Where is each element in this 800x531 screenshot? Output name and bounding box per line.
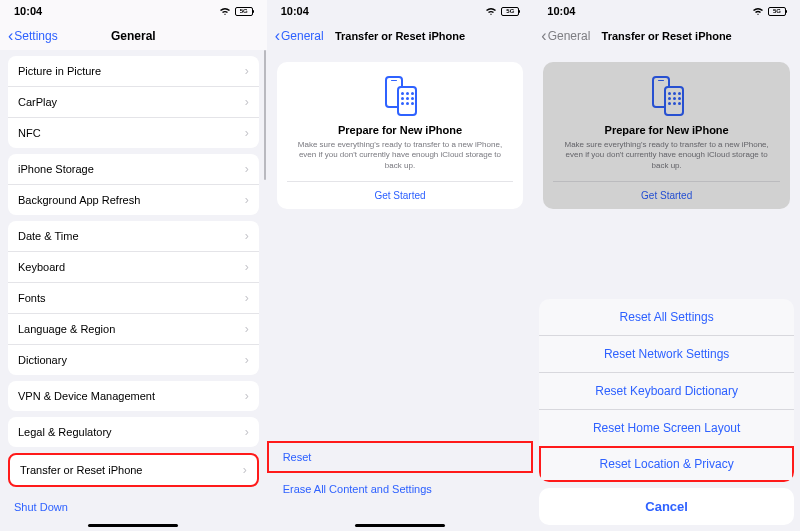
card-heading: Prepare for New iPhone bbox=[287, 124, 514, 136]
settings-group-legal: Legal & Regulatory› bbox=[8, 417, 259, 447]
wifi-icon bbox=[752, 7, 764, 16]
transfer-phones-icon bbox=[287, 76, 514, 116]
row-transfer-reset[interactable]: Transfer or Reset iPhone› bbox=[10, 455, 257, 485]
action-sheet-options: Reset All Settings Reset Network Setting… bbox=[539, 299, 794, 482]
cancel-button[interactable]: Cancel bbox=[539, 488, 794, 525]
row-label: Date & Time bbox=[18, 230, 79, 242]
row-iphone-storage[interactable]: iPhone Storage› bbox=[8, 154, 259, 184]
status-time: 10:04 bbox=[281, 5, 309, 17]
prepare-card: Prepare for New iPhone Make sure everyth… bbox=[543, 62, 790, 209]
chevron-right-icon: › bbox=[245, 389, 249, 403]
back-label: General bbox=[548, 29, 591, 43]
row-label: Legal & Regulatory bbox=[18, 426, 112, 438]
chevron-right-icon: › bbox=[245, 95, 249, 109]
nav-title: Transfer or Reset iPhone bbox=[602, 30, 732, 42]
prepare-card: Prepare for New iPhone Make sure everyth… bbox=[277, 62, 524, 209]
chevron-left-icon: ‹ bbox=[275, 28, 280, 44]
row-label: VPN & Device Management bbox=[18, 390, 155, 402]
card-heading: Prepare for New iPhone bbox=[553, 124, 780, 136]
back-button[interactable]: ‹ General bbox=[541, 28, 590, 44]
wifi-icon bbox=[219, 7, 231, 16]
status-bar: 10:04 5G bbox=[0, 0, 267, 22]
back-button[interactable]: ‹ General bbox=[275, 28, 324, 44]
back-label: General bbox=[281, 29, 324, 43]
nav-title: General bbox=[111, 29, 156, 43]
chevron-right-icon: › bbox=[245, 126, 249, 140]
row-label: Keyboard bbox=[18, 261, 65, 273]
row-label: Background App Refresh bbox=[18, 194, 140, 206]
chevron-right-icon: › bbox=[245, 425, 249, 439]
home-indicator[interactable] bbox=[88, 524, 178, 527]
row-label: iPhone Storage bbox=[18, 163, 94, 175]
home-indicator[interactable] bbox=[355, 524, 445, 527]
row-carplay[interactable]: CarPlay› bbox=[8, 86, 259, 117]
status-right: 5G bbox=[219, 7, 253, 16]
row-picture-in-picture[interactable]: Picture in Picture› bbox=[8, 56, 259, 86]
chevron-right-icon: › bbox=[243, 463, 247, 477]
settings-group-storage: iPhone Storage› Background App Refresh› bbox=[8, 154, 259, 215]
erase-all-link[interactable]: Erase All Content and Settings bbox=[267, 473, 534, 505]
back-label: Settings bbox=[14, 29, 57, 43]
battery-icon: 5G bbox=[501, 7, 519, 16]
action-sheet: Reset All Settings Reset Network Setting… bbox=[539, 299, 794, 525]
row-label: Fonts bbox=[18, 292, 46, 304]
card-body: Make sure everything's ready to transfer… bbox=[287, 140, 514, 171]
nav-bar: ‹ Settings General bbox=[0, 22, 267, 50]
status-right: 5G bbox=[485, 7, 519, 16]
row-fonts[interactable]: Fonts› bbox=[8, 282, 259, 313]
row-language-region[interactable]: Language & Region› bbox=[8, 313, 259, 344]
nav-title: Transfer or Reset iPhone bbox=[335, 30, 465, 42]
battery-icon: 5G bbox=[235, 7, 253, 16]
chevron-right-icon: › bbox=[245, 291, 249, 305]
row-background-refresh[interactable]: Background App Refresh› bbox=[8, 184, 259, 215]
reset-home-screen-layout[interactable]: Reset Home Screen Layout bbox=[539, 409, 794, 446]
get-started-button[interactable]: Get Started bbox=[553, 181, 780, 201]
row-legal[interactable]: Legal & Regulatory› bbox=[8, 417, 259, 447]
screen-reset-sheet: 10:04 5G ‹ General Transfer or Reset iPh… bbox=[533, 0, 800, 531]
settings-group-transfer-reset: Transfer or Reset iPhone› bbox=[8, 453, 259, 487]
status-right: 5G bbox=[752, 7, 786, 16]
row-label: Language & Region bbox=[18, 323, 115, 335]
chevron-right-icon: › bbox=[245, 260, 249, 274]
row-dictionary[interactable]: Dictionary› bbox=[8, 344, 259, 375]
back-button[interactable]: ‹ Settings bbox=[8, 28, 58, 44]
nav-bar: ‹ General Transfer or Reset iPhone bbox=[533, 22, 800, 50]
screen-transfer-reset: 10:04 5G ‹ General Transfer or Reset iPh… bbox=[267, 0, 534, 531]
settings-group-vpn: VPN & Device Management› bbox=[8, 381, 259, 411]
settings-group-locale: Date & Time› Keyboard› Fonts› Language &… bbox=[8, 221, 259, 375]
row-label: CarPlay bbox=[18, 96, 57, 108]
scrollbar[interactable] bbox=[264, 50, 266, 180]
chevron-right-icon: › bbox=[245, 229, 249, 243]
reset-link[interactable]: Reset bbox=[267, 441, 534, 473]
row-nfc[interactable]: NFC› bbox=[8, 117, 259, 148]
reset-all-settings[interactable]: Reset All Settings bbox=[539, 299, 794, 335]
status-bar: 10:04 5G bbox=[267, 0, 534, 22]
reset-location-privacy[interactable]: Reset Location & Privacy bbox=[539, 446, 794, 482]
status-bar: 10:04 5G bbox=[533, 0, 800, 22]
chevron-right-icon: › bbox=[245, 162, 249, 176]
row-label: Picture in Picture bbox=[18, 65, 101, 77]
nav-bar: ‹ General Transfer or Reset iPhone bbox=[267, 22, 534, 50]
settings-group-media: Picture in Picture› CarPlay› NFC› bbox=[8, 56, 259, 148]
row-keyboard[interactable]: Keyboard› bbox=[8, 251, 259, 282]
screen-general-settings: 10:04 5G ‹ Settings General Picture in P… bbox=[0, 0, 267, 531]
chevron-right-icon: › bbox=[245, 353, 249, 367]
chevron-right-icon: › bbox=[245, 322, 249, 336]
chevron-left-icon: ‹ bbox=[541, 28, 546, 44]
row-label: Transfer or Reset iPhone bbox=[20, 464, 142, 476]
reset-keyboard-dictionary[interactable]: Reset Keyboard Dictionary bbox=[539, 372, 794, 409]
chevron-left-icon: ‹ bbox=[8, 28, 13, 44]
card-body: Make sure everything's ready to transfer… bbox=[553, 140, 780, 171]
get-started-button[interactable]: Get Started bbox=[287, 181, 514, 201]
row-date-time[interactable]: Date & Time› bbox=[8, 221, 259, 251]
reset-network-settings[interactable]: Reset Network Settings bbox=[539, 335, 794, 372]
status-time: 10:04 bbox=[547, 5, 575, 17]
row-label: NFC bbox=[18, 127, 41, 139]
row-vpn[interactable]: VPN & Device Management› bbox=[8, 381, 259, 411]
bottom-links: Reset Erase All Content and Settings bbox=[267, 441, 534, 515]
shut-down-link[interactable]: Shut Down bbox=[0, 493, 267, 521]
dimmed-background: 10:04 5G ‹ General Transfer or Reset iPh… bbox=[533, 0, 800, 209]
status-time: 10:04 bbox=[14, 5, 42, 17]
transfer-phones-icon bbox=[553, 76, 780, 116]
chevron-right-icon: › bbox=[245, 64, 249, 78]
